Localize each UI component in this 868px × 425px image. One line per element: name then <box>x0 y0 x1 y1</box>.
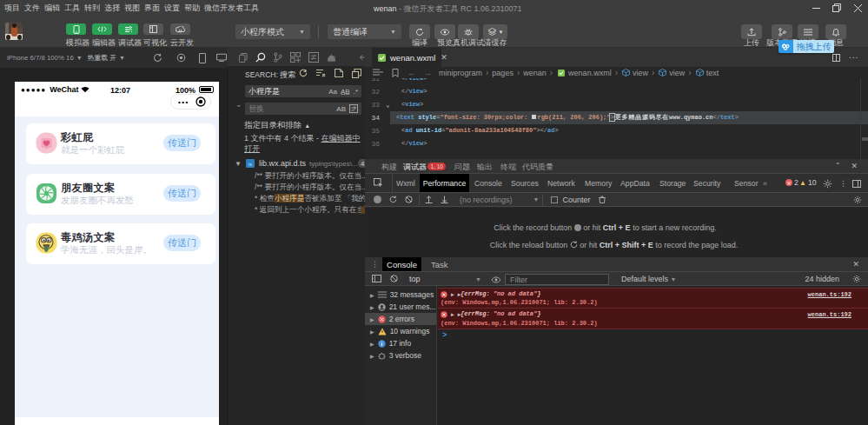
svg-text:ts: ts <box>248 162 253 167</box>
